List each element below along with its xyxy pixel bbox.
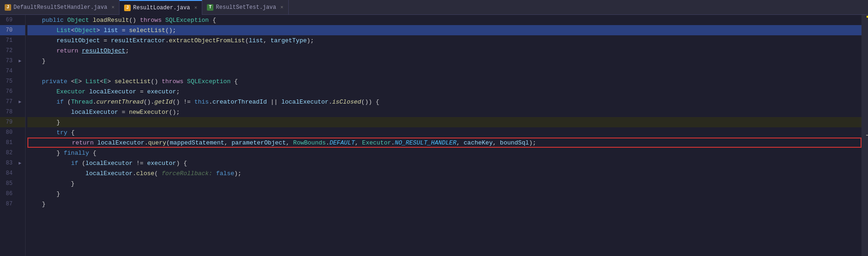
gutter-row-76: 76 — [0, 86, 25, 97]
code-line-78: localExecutor = newExecutor(); — [27, 107, 861, 117]
line-num-72: 72 — [0, 47, 16, 54]
gutter-row-75: 75 — [0, 76, 25, 86]
line-num-79: 79 — [0, 119, 16, 125]
tab-icon-3: T — [207, 4, 213, 11]
code-line-79: } — [27, 117, 861, 127]
code-line-69: public Object loadResult() throws SQLExc… — [27, 15, 861, 25]
tab-label-3: ResultSetTest.java — [216, 4, 276, 11]
line-num-81: 81 — [0, 139, 16, 146]
gutter-row-84: 84 — [0, 168, 25, 178]
tab-result-set-test[interactable]: T ResultSetTest.java × — [202, 0, 288, 15]
gutter-row-70: 70 — [0, 25, 25, 35]
code-line-85: } — [27, 178, 861, 189]
tab-close-2[interactable]: × — [194, 5, 198, 11]
gutter-row-86: 86 — [0, 189, 25, 199]
line-num-83: 83 — [0, 160, 16, 166]
tab-label-1: DefaultResultSetHandler.java — [13, 4, 107, 11]
tabs-bar: J DefaultResultSetHandler.java × J Resul… — [0, 0, 868, 15]
scrollbar-thumb[interactable] — [866, 135, 868, 136]
line-num-69: 69 — [0, 17, 16, 23]
code-line-86: } — [27, 189, 861, 199]
code-line-75: private <E> List<E> selectList() throws … — [27, 76, 861, 86]
code-line-81: return localExecutor.query(mappedStateme… — [27, 138, 861, 148]
gutter-row-79: 79 — [0, 117, 25, 127]
line-num-74: 74 — [0, 68, 16, 74]
line-number-gutter: 69 70 71 72 73 ▶ — [0, 15, 26, 256]
gutter-row-69: 69 — [0, 15, 25, 25]
gutter-row-74: 74 — [0, 66, 25, 76]
line-num-73: 73 — [0, 58, 16, 64]
fold-icon-73[interactable]: ▶ — [16, 58, 24, 64]
code-line-80: try { — [27, 127, 861, 138]
tab-close-3[interactable]: × — [280, 5, 284, 10]
gutter-row-83: 83 ▶ — [0, 158, 25, 168]
code-line-82: } finally { — [27, 148, 861, 158]
line-num-80: 80 — [0, 129, 16, 136]
gutter-row-82: 82 — [0, 148, 25, 158]
line-num-86: 86 — [0, 190, 16, 197]
gutter-row-73: 73 ▶ — [0, 56, 25, 66]
gutter-row-80: 80 — [0, 127, 25, 138]
fold-icon-77[interactable]: ▶ — [16, 99, 24, 105]
line-num-76: 76 — [0, 88, 16, 95]
gutter-row-72: 72 — [0, 46, 25, 56]
gutter-row-87: 87 — [0, 199, 25, 209]
tab-icon-2: J — [124, 5, 131, 11]
code-lines: public Object loadResult() throws SQLExc… — [26, 15, 861, 209]
gutter-row-81: 81 — [0, 138, 25, 148]
code-line-77: if (Thread.currentThread().getId() != th… — [27, 97, 861, 107]
vertical-scrollbar[interactable] — [861, 15, 868, 256]
code-line-83: if (localExecutor != executor) { — [27, 158, 861, 168]
gutter-row-78: 78 — [0, 107, 25, 117]
line-num-87: 87 — [0, 201, 16, 207]
line-num-77: 77 — [0, 98, 16, 105]
gutter-row-77: 77 ▶ — [0, 97, 25, 107]
line-num-78: 78 — [0, 109, 16, 115]
line-num-85: 85 — [0, 180, 16, 187]
code-editor[interactable]: public Object loadResult() throws SQLExc… — [26, 15, 861, 256]
editor-body: 69 70 71 72 73 ▶ — [0, 15, 868, 256]
fold-icon-83[interactable]: ▶ — [16, 160, 24, 166]
code-line-73: } — [27, 56, 861, 66]
line-num-82: 82 — [0, 150, 16, 156]
code-line-72: return resultObject; — [27, 46, 861, 56]
tab-close-1[interactable]: × — [112, 5, 115, 10]
tab-result-loader[interactable]: J ResultLoader.java × — [119, 0, 202, 15]
gutter-row-85: 85 — [0, 178, 25, 189]
code-line-87: } — [27, 199, 861, 209]
editor-window: J DefaultResultSetHandler.java × J Resul… — [0, 0, 868, 256]
gutter-row-71: 71 — [0, 35, 25, 46]
tab-icon-1: J — [5, 4, 11, 11]
line-num-70: 70 — [0, 27, 16, 33]
tab-label-2: ResultLoader.java — [133, 5, 190, 11]
code-line-70: List<Object> list = selectList(); — [27, 25, 861, 35]
code-line-84: localExecutor.close( forceRollback: fals… — [27, 168, 861, 178]
line-num-84: 84 — [0, 170, 16, 177]
code-line-76: Executor localExecutor = executor; — [27, 86, 861, 97]
tab-default-result-set-handler[interactable]: J DefaultResultSetHandler.java × — [0, 0, 119, 15]
code-line-74 — [27, 66, 861, 76]
line-num-75: 75 — [0, 78, 16, 85]
line-num-71: 71 — [0, 37, 16, 44]
code-line-71: resultObject = resultExtractor.extractOb… — [27, 35, 861, 46]
